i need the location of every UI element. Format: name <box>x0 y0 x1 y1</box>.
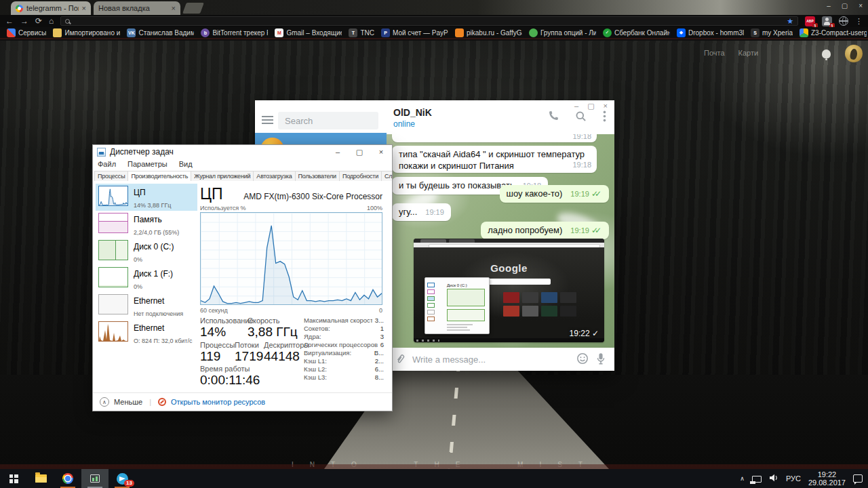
tab-details[interactable]: Подробности <box>339 171 382 181</box>
desktop: telegramm - Поиск в G × Новая вкладка × … <box>0 0 868 488</box>
bookmark-item[interactable]: ✓Сбербанк Онлайн <box>600 28 673 38</box>
bookmark-item[interactable]: Импортировано из <box>50 28 123 38</box>
taskmanager-close-button[interactable]: × <box>370 145 392 159</box>
task-manager-tabs: Процессы Производительность Журнал прило… <box>93 169 392 181</box>
bookmark-item[interactable]: Группа опций - Ли… <box>526 28 599 38</box>
threads-value: 1719 <box>235 349 263 364</box>
sidebar-item-cpu[interactable]: ЦП14% 3,88 ГГц <box>96 184 197 211</box>
telegram-maximize-button[interactable]: ▢ <box>587 102 594 110</box>
bookmark-star-icon[interactable]: ★ <box>787 17 793 26</box>
processes-label: Процессы <box>200 341 235 349</box>
menu-file[interactable]: Файл <box>98 160 116 168</box>
tab-processes[interactable]: Процессы <box>94 171 128 181</box>
globe-extension-icon[interactable] <box>839 16 848 26</box>
notification-bell-icon[interactable] <box>822 49 831 58</box>
browser-tab-telegram-search[interactable]: telegramm - Поиск в G × <box>11 1 91 15</box>
start-button[interactable] <box>0 469 27 488</box>
browser-maximize-button[interactable]: ▢ <box>842 2 848 9</box>
cpu-usage-chart <box>200 212 382 305</box>
sidebar-item-disk1[interactable]: Диск 1 (F:)0% <box>96 265 197 292</box>
paypal-icon: P <box>381 28 390 37</box>
images-link[interactable]: Карти <box>738 49 759 57</box>
bookmark-item[interactable]: Z3-Compact-usergu… <box>797 28 868 38</box>
browser-menu-icon[interactable]: ⋮ <box>855 17 863 26</box>
browser-minimize-button[interactable]: – <box>827 2 831 9</box>
uptime-label: Время работы <box>200 365 250 373</box>
taskbar-task-manager[interactable] <box>81 469 108 488</box>
chat-menu-icon[interactable] <box>603 110 606 122</box>
taskbar-clock[interactable]: 19:22 29.08.2017 <box>808 470 846 487</box>
bookmark-item[interactable]: TTNC <box>346 28 377 38</box>
emoji-icon[interactable] <box>576 352 589 367</box>
divider: | <box>149 398 151 406</box>
processes-value: 119 <box>200 349 220 364</box>
taskmanager-maximize-button[interactable]: ▢ <box>349 145 370 159</box>
proxy-extension-icon[interactable]: 1 <box>822 16 832 26</box>
telegram-minimize-button[interactable]: – <box>574 102 578 110</box>
bookmark-item[interactable]: bBitTorrent трекер R… <box>198 28 271 38</box>
sidebar-item-ethernet2[interactable]: EthernetО: 824 П: 32,0 кбит/с <box>96 319 197 346</box>
sidebar-item-ethernet1[interactable]: EthernetНет подключения <box>96 292 197 319</box>
search-icon <box>65 19 70 24</box>
home-button[interactable]: ⌂ <box>49 17 54 25</box>
new-tab-button[interactable] <box>182 3 204 14</box>
open-resource-monitor-link[interactable]: Открыть монитор ресурсов <box>171 398 265 406</box>
photo-message-screenshot[interactable]: Google Диск 0 (C:) <box>414 239 604 342</box>
profile-avatar[interactable] <box>845 45 863 62</box>
bookmark-item[interactable]: ◆Dropbox - homm3l… <box>674 28 747 38</box>
fewer-details-button[interactable]: Меньше <box>114 398 142 406</box>
reload-button[interactable]: ⟳ <box>35 17 42 25</box>
action-center-icon[interactable] <box>853 474 863 483</box>
clock-date: 29.08.2017 <box>808 479 846 487</box>
system-tray: ∧ РУС 19:22 29.08.2017 <box>740 469 868 488</box>
bookmark-item[interactable]: MGmail – Входящие ( <box>272 28 344 38</box>
sidebar-item-memory[interactable]: Память2,2/4,0 ГБ (55%) <box>96 211 197 238</box>
menu-view[interactable]: Вид <box>179 160 193 168</box>
telegram-search-input[interactable] <box>278 112 378 129</box>
hamburger-menu-icon[interactable] <box>262 116 273 124</box>
menu-options[interactable]: Параметры <box>127 160 167 168</box>
forward-button[interactable]: → <box>20 17 28 25</box>
x-axis-left-label: 60 секунд <box>200 307 228 314</box>
browser-tab-strip: telegramm - Поиск в G × Новая вкладка × … <box>0 0 868 15</box>
attach-paperclip-icon[interactable] <box>395 353 406 366</box>
tab-startup[interactable]: Автозагрузка <box>253 171 295 181</box>
microphone-icon[interactable] <box>595 352 606 367</box>
usage-value: 14% <box>200 325 226 340</box>
bookmark-item[interactable]: VKСтанислав Вадимов <box>124 28 197 38</box>
bookmark-item[interactable]: pikabu.ru - GaffyGal <box>452 28 525 38</box>
bookmark-item[interactable]: PМой счет — PayPal <box>378 28 451 38</box>
bookmark-item[interactable]: Сервисы <box>4 28 49 38</box>
tab-performance[interactable]: Производительность <box>127 171 191 181</box>
taskmanager-minimize-button[interactable]: – <box>327 145 349 159</box>
sidebar-item-disk0[interactable]: Диск 0 (C:)0% <box>96 238 197 265</box>
gmail-link[interactable]: Почта <box>704 49 725 57</box>
windows-taskbar: 13 ∧ РУС 19:22 29.08.2017 <box>0 469 868 488</box>
tab-users[interactable]: Пользователи <box>295 171 340 181</box>
tab-services[interactable]: Службы <box>381 171 392 181</box>
taskbar-telegram[interactable]: 13 <box>108 469 136 488</box>
adblock-extension-icon[interactable]: ABP 1 <box>805 16 815 26</box>
call-icon[interactable] <box>547 110 559 122</box>
bookmark-item[interactable]: Smy Xperia <box>748 28 795 38</box>
browser-tab-new-tab[interactable]: Новая вкладка × <box>94 1 180 15</box>
network-icon[interactable] <box>752 476 762 483</box>
tray-expand-chevron[interactable]: ∧ <box>740 475 745 482</box>
language-indicator[interactable]: РУС <box>786 474 801 483</box>
back-button[interactable]: ← <box>5 17 14 25</box>
ethernet1-mini-chart <box>98 294 128 314</box>
bittorrent-icon: b <box>201 28 210 37</box>
telegram-close-button[interactable]: × <box>604 102 608 110</box>
address-bar[interactable]: ★ <box>60 16 798 26</box>
taskbar-file-explorer[interactable] <box>27 469 54 488</box>
tab-close-icon[interactable]: × <box>82 4 86 12</box>
volume-icon[interactable] <box>769 473 778 484</box>
chat-search-icon[interactable] <box>575 110 587 122</box>
tab-close-icon[interactable]: × <box>172 4 176 12</box>
collapse-chevron-icon[interactable]: ∧ <box>100 397 109 407</box>
taskbar-chrome[interactable] <box>54 469 81 488</box>
browser-close-button[interactable]: × <box>859 2 863 9</box>
message-input[interactable] <box>412 354 570 365</box>
tab-app-history[interactable]: Журнал приложений <box>191 171 254 181</box>
chat-peer-name[interactable]: OlD_NiK <box>393 107 432 118</box>
